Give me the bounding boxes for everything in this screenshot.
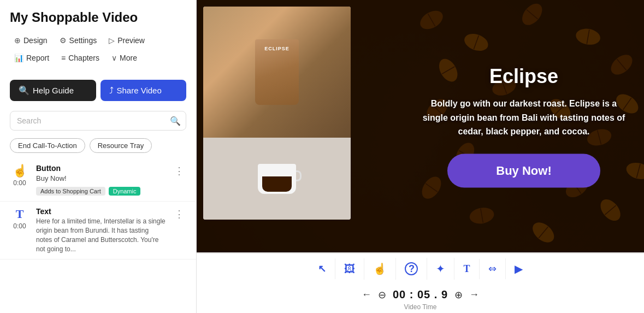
chapters-icon: ≡ [61, 54, 66, 62]
time-label: Video Time [197, 303, 644, 313]
item-desc-2: Here for a limited time, Interstellar is… [36, 217, 166, 253]
right-panel: ECLIPSE Eclipse Boldly go with our darke… [197, 0, 644, 313]
thumb-cup-liquid [262, 176, 292, 192]
video-text-overlay: Eclipse Boldly go with our darkest roast… [420, 65, 628, 188]
settings-icon: ⚙ [60, 36, 67, 45]
item-content-2: Text Here for a limited time, Interstell… [36, 207, 166, 253]
report-label: Report [26, 54, 49, 62]
overlay-title: Eclipse [420, 65, 628, 88]
text-item-icon: T [16, 207, 24, 221]
design-nav-btn[interactable]: ⊕ Design [10, 34, 52, 47]
item-title-2: Text [36, 207, 166, 216]
search-icon: 🔍 [170, 116, 181, 126]
brightness-tool-button[interactable]: ✦ [427, 258, 454, 280]
settings-label: Settings [69, 36, 97, 45]
button-item-icon: ☝ [13, 164, 27, 178]
cursor-icon: ↖ [318, 263, 326, 275]
top-nav-row: ⊕ Design ⚙ Settings ▷ Preview [10, 34, 186, 47]
thumb-bag-label: ECLIPSE [264, 46, 289, 51]
share-icon: ⤴ [109, 86, 114, 96]
filter-chips: End Call-To-Action Resource Tray [0, 135, 196, 158]
end-cta-chip[interactable]: End Call-To-Action [10, 138, 85, 153]
preview-nav-btn[interactable]: ▷ Preview [104, 34, 149, 47]
left-panel: My Shoppable Video ⊕ Design ⚙ Settings ▷… [0, 0, 197, 313]
thumb-cup [258, 164, 296, 194]
text-tool-icon: T [463, 263, 470, 275]
help-guide-label: Help Guide [33, 86, 74, 95]
overlay-description: Boldly go with our darkest roast. Eclips… [420, 97, 628, 139]
video-area: ECLIPSE Eclipse Boldly go with our darke… [197, 0, 644, 252]
left-header: My Shoppable Video ⊕ Design ⚙ Settings ▷… [0, 0, 196, 74]
report-nav-btn[interactable]: 📊 Report [10, 51, 54, 64]
thumb-top: ECLIPSE [203, 7, 351, 138]
item-desc: Buy Now! [36, 174, 166, 184]
item-more-button[interactable]: ⋮ [172, 165, 186, 177]
item-time-col-2: T 0:00 [10, 207, 29, 230]
play-tool-button[interactable]: ▶ [506, 258, 531, 280]
thumb-bag: ECLIPSE [255, 39, 299, 105]
thumb-bottom [203, 138, 351, 220]
buy-now-button[interactable]: Buy Now! [447, 153, 600, 187]
bottom-controls: ↖ 🖼 ☝ ? ✦ T ⇔ ▶ ← [197, 252, 644, 313]
item-tags: Adds to Shopping Cart Dynamic [36, 187, 166, 196]
plus-button[interactable]: ⊕ [454, 289, 463, 301]
design-icon: ⊕ [14, 36, 21, 45]
image-tool-button[interactable]: 🖼 [335, 258, 364, 280]
item-time: 0:00 [13, 179, 26, 187]
report-icon: 📊 [14, 54, 23, 62]
minus-button[interactable]: ⊖ [378, 289, 386, 301]
bottom-nav-row: 📊 Report ≡ Chapters ∨ More [10, 51, 186, 64]
list-item: T 0:00 Text Here for a limited time, Int… [0, 202, 196, 259]
tag-shopping-cart: Adds to Shopping Cart [36, 187, 105, 196]
share-video-label: Share Video [117, 86, 162, 95]
question-tool-button[interactable]: ? [396, 258, 427, 280]
prev-frame-button[interactable]: ← [362, 289, 371, 300]
item-content: Button Buy Now! Adds to Shopping Cart Dy… [36, 164, 166, 196]
preview-icon: ▷ [109, 36, 115, 45]
search-row: 🔍 [0, 107, 196, 135]
cursor-tool-button[interactable]: ↖ [309, 258, 335, 279]
preview-label: Preview [117, 36, 145, 45]
chapters-label: Chapters [68, 54, 99, 62]
resource-tray-chip[interactable]: Resource Tray [90, 138, 152, 153]
video-controls: ← ⊖ 00 : 05 . 9 ⊕ → [197, 284, 644, 303]
share-video-button[interactable]: ⤴ Share Video [101, 80, 187, 101]
arrows-icon: ⇔ [488, 263, 497, 275]
tag-dynamic: Dynamic [109, 187, 141, 196]
video-thumbnail: ECLIPSE [203, 7, 351, 220]
next-frame-button[interactable]: → [469, 289, 479, 300]
play-icon: ▶ [515, 262, 523, 275]
brightness-icon: ✦ [436, 262, 445, 275]
question-icon: ? [405, 262, 418, 275]
items-list: ☝ 0:00 Button Buy Now! Adds to Shopping … [0, 158, 196, 313]
help-icon: 🔍 [19, 85, 29, 96]
item-more-button-2[interactable]: ⋮ [172, 208, 186, 220]
page-title: My Shoppable Video [10, 10, 186, 25]
image-icon: 🖼 [344, 263, 355, 275]
chapters-nav-btn[interactable]: ≡ Chapters [57, 51, 104, 64]
hand-tool-button[interactable]: ☝ [364, 258, 396, 280]
video-toolbar: ↖ 🖼 ☝ ? ✦ T ⇔ ▶ [197, 253, 644, 284]
search-icon-button[interactable]: 🔍 [170, 116, 181, 126]
item-title: Button [36, 164, 166, 173]
text-tool-button[interactable]: T [454, 259, 479, 279]
arrows-tool-button[interactable]: ⇔ [480, 258, 506, 279]
action-row: 🔍 Help Guide ⤴ Share Video [0, 74, 196, 107]
thumb-cup-handle [296, 170, 302, 181]
more-nav-btn[interactable]: ∨ More [107, 51, 141, 64]
item-time-2: 0:00 [13, 222, 26, 230]
hand-icon: ☝ [373, 262, 387, 275]
item-time-col: ☝ 0:00 [10, 164, 29, 187]
search-input[interactable] [10, 111, 186, 131]
more-icon: ∨ [111, 54, 117, 62]
design-label: Design [23, 36, 48, 45]
more-label: More [120, 54, 137, 62]
time-display: 00 : 05 . 9 [393, 288, 448, 301]
help-guide-button[interactable]: 🔍 Help Guide [10, 80, 96, 101]
list-item: ☝ 0:00 Button Buy Now! Adds to Shopping … [0, 158, 196, 202]
settings-nav-btn[interactable]: ⚙ Settings [55, 34, 102, 47]
